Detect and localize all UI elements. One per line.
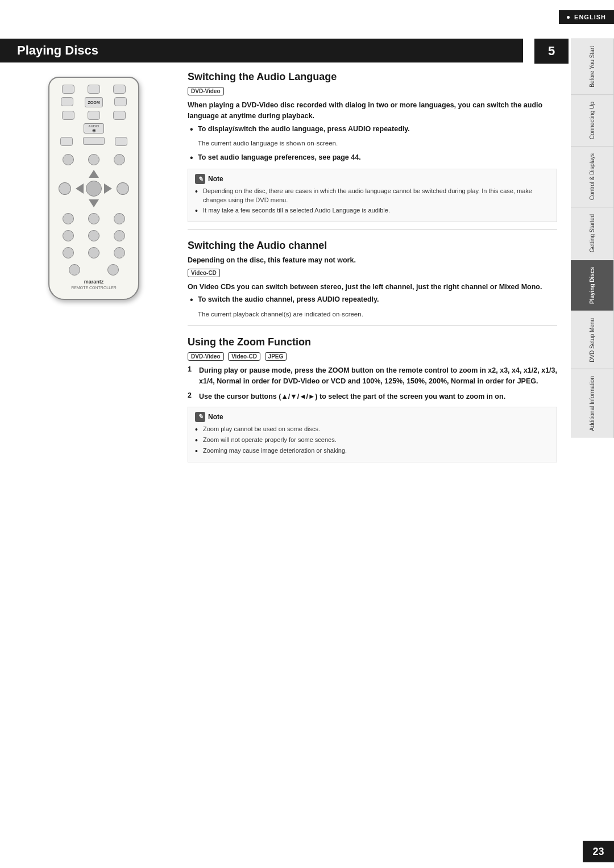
dpad-left: [76, 183, 84, 194]
section2-body: On Video CDs you can switch between ster…: [188, 282, 557, 293]
remote-btn-r7-3: [114, 230, 125, 241]
note-bullet-dot: •: [195, 446, 203, 456]
divider-2: [188, 326, 557, 326]
note-bullet-dot: •: [195, 436, 203, 445]
page-title-bar: Playing Discs: [0, 39, 523, 62]
note-bullet-1-2: • It may take a few seconds till a selec…: [195, 206, 550, 215]
audio-sub: ◉: [92, 128, 96, 133]
sidebar-tab-dvd-setup-menu[interactable]: DVD Setup Menu: [571, 311, 614, 369]
note-box-2: ✎ Note • Zoom play cannot be used on som…: [188, 407, 557, 462]
sidebar-tab-additional-info[interactable]: Additional Information: [571, 369, 614, 438]
remote-btn-r7-2: [88, 230, 99, 241]
remote-row7: [55, 230, 132, 241]
main-content: ZOOM AUDIO ◉: [0, 65, 569, 834]
section1-heading: Switching the Audio Language: [188, 71, 557, 83]
section1-intro: When playing a DVD-Video disc recorded w…: [188, 100, 557, 122]
sidebar-tab-label: Connecting Up: [589, 102, 595, 139]
remote-row5: [55, 154, 132, 165]
sidebar-tab-playing-discs[interactable]: Playing Discs: [571, 260, 614, 311]
note-header-2: ✎ Note: [195, 412, 550, 422]
note-bullet-1-1: • Depending on the disc, there are cases…: [195, 187, 550, 205]
sidebar-tab-getting-started[interactable]: Getting Started: [571, 207, 614, 259]
remote-row3: [55, 111, 132, 120]
remote-btn-r3-3: [113, 111, 126, 120]
left-panel: ZOOM AUDIO ◉: [0, 65, 182, 834]
note-box-1: ✎ Note • Depending on the disc, there ar…: [188, 169, 557, 222]
number-1: 1: [188, 365, 199, 387]
section3-badges: DVD-Video Video-CD JPEG: [188, 352, 557, 361]
bullet-dot2: •: [190, 152, 198, 164]
section3-item1-text: During play or pause mode, press the ZOO…: [199, 365, 557, 387]
sidebar-tab-before-you-start[interactable]: Before You Start: [571, 39, 614, 94]
section3-heading: Using the Zoom Function: [188, 336, 557, 348]
sidebar-tab-connecting-up[interactable]: Connecting Up: [571, 94, 614, 146]
section2-heading: Switching the Audio channel: [188, 240, 557, 252]
dpad-center: [86, 181, 102, 197]
badge-dvd-video-2: DVD-Video: [188, 352, 224, 361]
badge-dvd-video: DVD-Video: [188, 87, 224, 95]
remote-row4: [55, 137, 132, 146]
section1-bullet2-text: To set audio language preferences, see p…: [198, 152, 361, 164]
english-label: ENGLISH: [574, 14, 606, 20]
zoom-label: ZOOM: [88, 101, 100, 105]
section1-badges: DVD-Video: [188, 86, 557, 95]
sidebar-tab-label: Additional Information: [589, 376, 595, 431]
remote-nav-area: [55, 169, 132, 208]
note-bullet-dot: •: [195, 206, 203, 215]
note-bullet-text-2-1: Zoom play cannot be used on some discs.: [203, 425, 320, 434]
remote-btn-r8-2: [88, 247, 99, 258]
remote-btn-r3-1: [62, 111, 74, 120]
sidebar-tab-label: Playing Discs: [589, 267, 595, 304]
sidebar-tab-label: Control & Displays: [589, 153, 595, 200]
sidebar-tab-control-displays[interactable]: Control & Displays: [571, 146, 614, 207]
remote-btn-r9-1: [69, 264, 80, 276]
english-dot: [567, 16, 570, 19]
remote-side-right: [117, 182, 129, 195]
remote-btn-r2-3: [114, 97, 127, 106]
badge-video-cd-2: Video-CD: [228, 352, 260, 361]
note-bullet-dot: •: [195, 425, 203, 434]
remote-btn-top2: [88, 85, 100, 94]
dpad-right: [104, 183, 112, 194]
remote-btn-r9-2: [107, 264, 119, 276]
remote-audio-button: AUDIO ◉: [84, 123, 104, 133]
section1-bullet1-sub: The current audio language is shown on-s…: [198, 140, 338, 147]
remote-btn-top3: [113, 85, 126, 94]
page-number: 5: [548, 44, 555, 59]
section3-item2-text: Use the cursor buttons (▲/▼/◄/►) to sele…: [199, 391, 505, 402]
remote-btn-r2-1: [61, 97, 73, 106]
remote-btn-r6-3: [114, 213, 125, 224]
bottom-page-number: 23: [583, 841, 614, 862]
remote-side-left: [59, 182, 71, 195]
bullet-dot3: •: [190, 294, 198, 306]
remote-brand: marantz: [55, 279, 132, 285]
section2-bullet1-sub: The current playback channel(s) are indi…: [198, 311, 363, 318]
remote-audio-row: AUDIO ◉: [55, 123, 132, 133]
remote-row8: [55, 247, 132, 258]
sidebar-tabs: Before You Start Connecting Up Control &…: [571, 39, 614, 438]
remote-btn-r6-2: [88, 213, 99, 224]
dpad-up: [89, 170, 99, 178]
section1-bullet1-text: To display/switch the audio language, pr…: [198, 124, 410, 136]
remote-btn-top1: [62, 85, 74, 94]
section3-item2: 2 Use the cursor buttons (▲/▼/◄/►) to se…: [188, 391, 557, 402]
bottom-page-num: 23: [592, 846, 604, 858]
remote-btn-r8-1: [63, 247, 74, 258]
badge-jpeg: JPEG: [265, 352, 287, 361]
section1-bullet2: • To set audio language preferences, see…: [188, 152, 557, 164]
section2-bullet1-text: To switch the audio channel, press AUDIO…: [198, 294, 379, 306]
right-panel: Switching the Audio Language DVD-Video W…: [182, 65, 569, 834]
note-bullet-text-2-2: Zoom will not operate properly for some …: [203, 436, 337, 445]
remote-btn-r3-2: [88, 111, 100, 120]
remote-brand-sub: REMOTE CONTROLLER: [55, 286, 132, 290]
remote-btn-r5-2: [88, 154, 99, 165]
remote-control: ZOOM AUDIO ◉: [48, 77, 139, 300]
note-bullet-text-1-1: Depending on the disc, there are cases i…: [203, 187, 550, 205]
sidebar-tab-label: Getting Started: [589, 214, 595, 252]
page-header: Playing Discs 5: [0, 39, 614, 62]
sidebar-tab-label: DVD Setup Menu: [589, 318, 595, 362]
remote-btn-r5-3: [114, 154, 125, 165]
remote-dpad: [74, 169, 114, 208]
remote-btn-r5-1: [63, 154, 74, 165]
note-bullet-dot: •: [195, 187, 203, 205]
